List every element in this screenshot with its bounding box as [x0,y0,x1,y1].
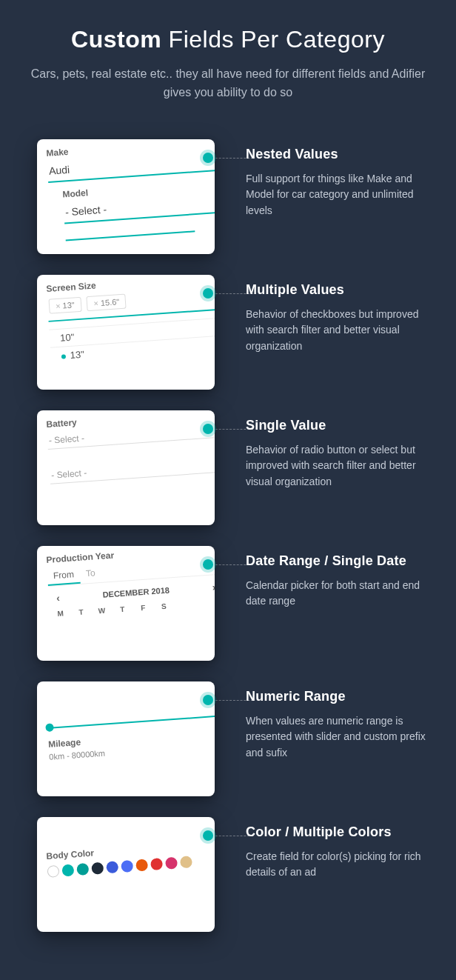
feature-desc: Create field for color(s) picking for ri… [246,849,426,881]
feature-title: Numeric Range [246,689,426,704]
preview-card-multiple: Screen Size ×13" ×15.6" 10" 13" [37,275,215,390]
chip[interactable]: ×13" [48,296,81,313]
slider-track [47,715,215,728]
page-subtitle: Cars, pets, real estate etc.. they all h… [30,65,426,102]
preview-card-date: Production Year From To ‹ DECEMBER 2018 … [37,546,215,661]
next-month-icon[interactable]: › [204,580,215,593]
connector-dot-icon [203,288,213,299]
connector-line [212,700,253,701]
color-swatch[interactable] [76,863,89,876]
preview-card-color: Body Color [37,817,215,932]
preview-card-nested: Make Audi⌄ Model - Select - [37,139,215,254]
prev-month-icon[interactable]: ‹ [49,591,68,604]
color-swatch[interactable] [91,861,104,874]
feature-title: Color / Multiple Colors [246,824,426,840]
feature-title: Single Value [246,418,426,433]
connector-dot-icon [203,153,213,163]
feature-row-color: Body Color Color / Multiple Colors Creat… [37,817,426,932]
preview-card-numeric: Mileage 0km - 80000km [37,681,215,796]
color-swatch[interactable] [180,856,192,868]
preview-card-single: Battery - Select - - Select - [37,410,215,525]
feature-title: Date Range / Single Date [246,553,426,569]
connector-line [212,158,253,159]
page-heading: Custom Fields Per Category Cars, pets, r… [30,26,426,102]
close-icon[interactable]: × [56,301,61,310]
color-swatch[interactable] [165,856,178,869]
tab-to[interactable]: To [79,564,101,583]
color-swatch[interactable] [135,859,148,871]
color-swatch[interactable] [106,861,118,873]
feature-row-date: Production Year From To ‹ DECEMBER 2018 … [37,546,426,661]
title-bold: Custom [71,26,161,53]
feature-row-multiple: Screen Size ×13" ×15.6" 10" 13" Multiple… [37,275,426,390]
connector-line [212,836,253,836]
page-title: Custom Fields Per Category [30,26,426,53]
connector-dot-icon [203,424,213,434]
connector-dot-icon [203,695,213,705]
feature-title: Nested Values [246,147,426,162]
close-icon[interactable]: × [93,299,98,307]
calendar-month: DECEMBER 2018 [102,585,170,599]
color-swatch[interactable] [121,859,133,872]
color-swatch[interactable] [47,864,59,877]
slider-handle-min[interactable] [45,723,54,732]
feature-desc: Calendar picker for both start and end d… [246,578,426,610]
feature-desc: Behavior of checkboxes but improved with… [246,307,426,355]
slider-handle-max[interactable] [214,711,215,720]
feature-row-numeric: Mileage 0km - 80000km Numeric Range When… [37,681,426,796]
chip[interactable]: ×15.6" [87,293,127,311]
tab-from[interactable]: From [47,565,81,585]
connector-dot-icon [203,830,213,841]
connector-line [212,564,253,565]
connector-line [212,293,253,294]
feature-desc: Full support for things like Make and Mo… [246,171,426,219]
connector-dot-icon [203,559,213,570]
feature-desc: When values are numeric range is present… [246,713,426,761]
feature-row-single: Battery - Select - - Select - Single Val… [37,410,426,525]
nested-select[interactable] [65,222,195,241]
bullet-icon [61,354,66,359]
feature-desc: Behavior of radio button or select but i… [246,442,426,490]
connector-line [212,429,253,430]
feature-title: Multiple Values [246,282,426,298]
color-swatch[interactable] [150,858,163,870]
color-swatch[interactable] [61,864,74,876]
title-rest: Fields Per Category [161,26,385,53]
feature-row-nested: Make Audi⌄ Model - Select - Nested Value… [37,139,426,254]
